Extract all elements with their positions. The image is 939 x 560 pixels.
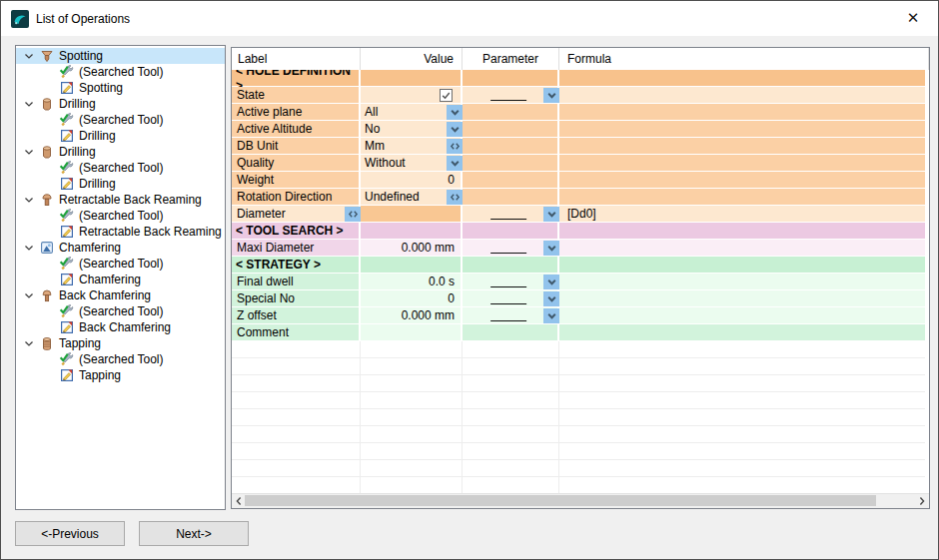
empty-cell — [463, 375, 559, 392]
tree-item-chamfering[interactable]: Chamfering — [16, 240, 225, 256]
parameter-dropdown-button[interactable] — [543, 291, 559, 306]
parameter-dropdown-button[interactable] — [543, 207, 559, 222]
formula-cell[interactable] — [559, 324, 925, 341]
value-cell[interactable]: Undefined — [361, 189, 463, 206]
parameter-dropdown-button[interactable] — [543, 308, 559, 323]
tree-item-label: (Searched Tool) — [79, 209, 164, 223]
close-icon[interactable]: ✕ — [896, 5, 930, 31]
tree-item-searched-tool[interactable]: (Searched Tool) — [16, 64, 225, 80]
formula-cell[interactable] — [559, 87, 925, 104]
tree-item-searched-tool[interactable]: (Searched Tool) — [16, 112, 225, 128]
formula-cell[interactable] — [559, 172, 925, 189]
tree-item-chamfering[interactable]: Chamfering — [16, 272, 225, 287]
horizontal-scrollbar[interactable] — [232, 493, 929, 508]
edit-operation-icon — [59, 128, 75, 144]
empty-row — [232, 443, 925, 460]
value-cell[interactable]: 0.0 s — [361, 274, 463, 290]
formula-cell[interactable] — [559, 104, 925, 121]
chevron-down-icon[interactable] — [22, 336, 36, 350]
tree-item-drilling[interactable]: Drilling — [16, 96, 225, 112]
formula-cell[interactable] — [559, 290, 925, 307]
formula-cell[interactable] — [559, 240, 925, 257]
formula-cell[interactable] — [559, 138, 925, 155]
chevron-down-icon[interactable] — [22, 97, 36, 111]
value-cell[interactable] — [361, 206, 463, 223]
value-spinner-button[interactable] — [447, 139, 463, 154]
formula-cell[interactable] — [559, 121, 925, 138]
tree-item-searched-tool[interactable]: (Searched Tool) — [16, 351, 225, 367]
parameter-cell[interactable] — [463, 87, 559, 104]
value-cell[interactable]: 0.000 mm — [361, 307, 463, 324]
parameters-grid: Label Value Parameter Formula < HOLE DEF… — [231, 47, 930, 509]
formula-cell[interactable]: [Dd0] — [559, 206, 925, 223]
chevron-down-icon[interactable] — [22, 241, 36, 255]
parameter-dropdown-button[interactable] — [543, 241, 559, 256]
parameter-cell[interactable] — [463, 206, 559, 223]
next-button[interactable]: Next-> — [139, 521, 249, 546]
parameter-cell[interactable] — [463, 240, 559, 257]
parameter-placeholder — [490, 209, 526, 220]
scroll-left-icon[interactable] — [232, 494, 246, 507]
empty-cell — [361, 477, 463, 494]
tree-item-searched-tool[interactable]: (Searched Tool) — [16, 208, 225, 224]
searched-tool-icon — [59, 64, 75, 80]
tree-item-tapping[interactable]: Tapping — [16, 335, 225, 351]
tree-item-retractable-back-reaming[interactable]: Retractable Back Reaming — [16, 192, 225, 208]
value-cell[interactable]: 0 — [361, 172, 463, 189]
tree-item-searched-tool[interactable]: (Searched Tool) — [16, 256, 225, 272]
value-cell[interactable]: 0.000 mm — [361, 240, 463, 257]
parameter-cell[interactable] — [463, 290, 559, 307]
parameter-dropdown-button[interactable] — [543, 88, 559, 103]
scroll-right-icon[interactable] — [915, 494, 929, 507]
value-cell[interactable]: 0 — [361, 290, 463, 307]
value-dropdown-button[interactable] — [447, 122, 463, 137]
empty-cell — [559, 443, 925, 460]
section-cell — [559, 70, 925, 87]
empty-cell — [559, 477, 925, 494]
tree-item-tapping[interactable]: Tapping — [16, 367, 225, 383]
formula-cell[interactable] — [559, 307, 925, 324]
tree-item-back-chamfering[interactable]: Back Chamfering — [16, 319, 225, 335]
formula-cell[interactable] — [559, 155, 925, 172]
previous-button[interactable]: <-Previous — [15, 521, 125, 546]
row-label: Active plane — [232, 105, 302, 120]
tree-item-spotting[interactable]: Spotting — [16, 80, 225, 96]
tree-item-spotting[interactable]: Spotting — [16, 48, 225, 64]
parameter-dropdown-button[interactable] — [543, 275, 559, 289]
value-cell[interactable] — [361, 324, 463, 341]
label-cell: Special No — [232, 290, 361, 307]
value-cell[interactable]: Mm — [361, 138, 463, 155]
section-title: < TOOL SEARCH > — [232, 224, 344, 239]
chevron-down-icon[interactable] — [22, 288, 36, 302]
parameter-cell[interactable] — [463, 274, 559, 290]
value-spinner-button[interactable] — [447, 190, 463, 205]
label-spinner-button[interactable] — [345, 207, 361, 222]
tree-item-drilling[interactable]: Drilling — [16, 144, 225, 160]
tree-item-drilling[interactable]: Drilling — [16, 128, 225, 144]
value-cell[interactable]: All — [361, 104, 463, 121]
value-cell[interactable]: No — [361, 121, 463, 138]
row-label: Rotation Direction — [232, 190, 332, 205]
chevron-down-icon[interactable] — [22, 49, 36, 63]
value-dropdown-button[interactable] — [447, 105, 463, 120]
tree-item-drilling[interactable]: Drilling — [16, 176, 225, 192]
chevron-down-icon[interactable] — [22, 145, 36, 159]
empty-cell — [463, 409, 559, 426]
formula-cell[interactable] — [559, 274, 925, 290]
table-row-active-plane: Active planeAll — [232, 104, 925, 121]
value-cell[interactable]: Without — [361, 155, 463, 172]
tree-item-searched-tool[interactable]: (Searched Tool) — [16, 303, 225, 319]
parameter-cell[interactable] — [463, 307, 559, 324]
value-dropdown-button[interactable] — [447, 156, 463, 171]
parameter-cell — [463, 189, 559, 206]
tree-item-retractable-back-reaming[interactable]: Retractable Back Reaming — [16, 224, 225, 240]
value-cell[interactable] — [361, 87, 463, 104]
state-checkbox[interactable] — [440, 89, 453, 102]
scrollbar-thumb[interactable] — [245, 495, 876, 506]
tree-item-searched-tool[interactable]: (Searched Tool) — [16, 160, 225, 176]
section-cell — [361, 70, 463, 87]
formula-cell[interactable] — [559, 189, 925, 206]
chevron-down-icon[interactable] — [22, 193, 36, 207]
tree-item-label: (Searched Tool) — [79, 257, 164, 271]
tree-item-back-chamfering[interactable]: Back Chamfering — [16, 287, 225, 303]
